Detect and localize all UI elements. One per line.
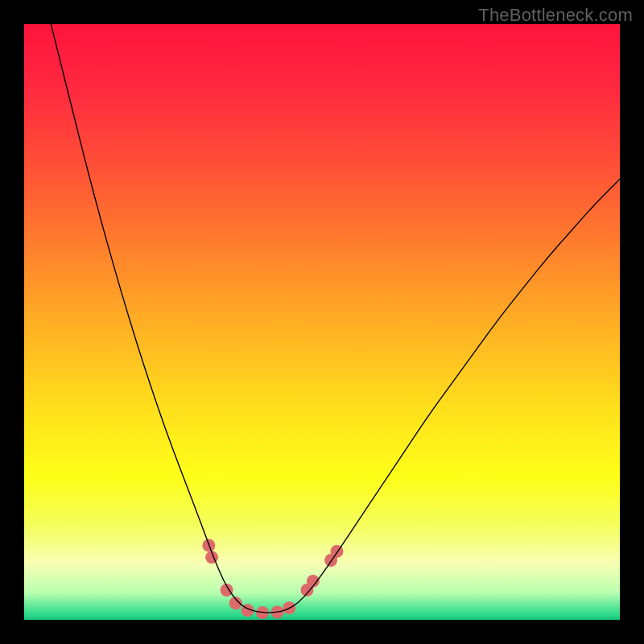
curve-layer xyxy=(24,24,620,620)
curve-line xyxy=(51,24,620,613)
base-shadow xyxy=(24,615,620,620)
watermark-text: TheBottleneck.com xyxy=(478,5,633,26)
chart-frame: TheBottleneck.com xyxy=(0,0,644,644)
plot-area xyxy=(24,24,620,620)
